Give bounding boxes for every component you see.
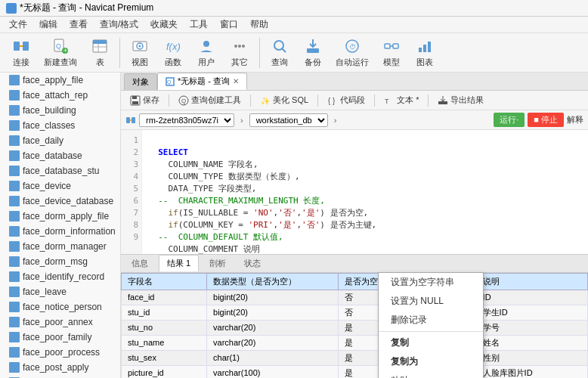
snippet-label: 代码段 <box>340 94 365 106</box>
sidebar-item-face-poor-family[interactable]: face_poor_family <box>0 330 120 345</box>
sidebar-item-face-dorm-information[interactable]: face_dorm_information <box>0 224 120 239</box>
sidebar-item-face-dorm-apply-file[interactable]: face_dorm_apply_file <box>0 209 120 224</box>
cell-comment: 学生ID <box>476 305 587 320</box>
ctx-delete-record[interactable]: 删除记录 <box>379 311 483 330</box>
toolbar-connect-label: 连接 <box>13 57 29 68</box>
cell-field: face_id <box>122 290 207 305</box>
result-tabs: 信息 结果 1 剖析 状态 <box>121 255 588 273</box>
sidebar-item-face-attach-rep[interactable]: face_attach_rep <box>0 88 120 103</box>
text-mode-button[interactable]: T 文本 * <box>379 93 423 107</box>
toolbar-connect[interactable]: 连接 <box>6 34 36 71</box>
sidebar-item-face-poor-annex[interactable]: face_poor_annex <box>0 314 120 330</box>
sidebar-item-face-daily[interactable]: face_daily <box>0 133 120 148</box>
table-icon <box>9 120 20 131</box>
sidebar-item-face-notice-person[interactable]: face_notice_person <box>0 299 120 314</box>
sidebar-item-face-database-stu[interactable]: face_database_stu <box>0 163 120 178</box>
result-tab-status[interactable]: 状态 <box>237 256 268 271</box>
sidebar-item-face-dorm-manager[interactable]: face_dorm_manager <box>0 239 120 254</box>
menu-window[interactable]: 窗口 <box>214 17 244 33</box>
sidebar-item-face-post-apply[interactable]: face_post_apply <box>0 360 120 375</box>
tab-bar: 对象 Q *无标题 - 查询 ✕ <box>121 73 588 91</box>
ctx-copy[interactable]: 复制 <box>379 333 483 352</box>
tab-query[interactable]: Q *无标题 - 查询 ✕ <box>157 73 247 90</box>
result-tab-result[interactable]: 结果 1 <box>159 255 199 271</box>
tab-close-button[interactable]: ✕ <box>233 77 239 85</box>
table-row[interactable]: stu_no varchar(20) 是 否 学号 <box>122 320 588 335</box>
sidebar-item-face-classes[interactable]: face_classes <box>0 118 120 133</box>
sidebar-item-face-building[interactable]: face_building <box>0 103 120 118</box>
toolbar-user[interactable]: 用户 <box>191 34 221 71</box>
line-numbers: 123456789 <box>121 130 142 254</box>
tab-object[interactable]: 对象 <box>124 73 157 90</box>
sidebar-item-face-database[interactable]: face_database <box>0 148 120 163</box>
cell-comment: 人脸库图片ID <box>476 365 587 378</box>
ctx-set-null[interactable]: 设置为 NULL <box>379 292 483 311</box>
stop-button[interactable]: ■ 停止 <box>528 113 564 127</box>
sidebar-item-face-post-employment[interactable]: face_post_employment <box>0 375 120 378</box>
menu-file[interactable]: 文件 <box>3 17 33 33</box>
sidebar-item-face-device-database[interactable]: face_device_database <box>0 194 120 209</box>
svg-rect-27 <box>419 48 422 52</box>
table-row[interactable]: stu_sex char(1) 是 否 性别 <box>122 350 588 365</box>
conn-icon <box>125 115 136 125</box>
menu-favorites[interactable]: 收藏夹 <box>144 17 184 33</box>
svg-text:Q: Q <box>167 79 172 85</box>
snippet-button[interactable]: { } 代码段 <box>323 93 370 107</box>
toolbar-autorun[interactable]: ⏱ 自动运行 <box>331 34 373 71</box>
menu-help[interactable]: 帮助 <box>244 17 274 33</box>
table-icon <box>9 105 20 116</box>
sidebar-item-face-apply-file[interactable]: face_apply_file <box>0 73 120 88</box>
toolbar-model[interactable]: 模型 <box>376 34 407 71</box>
toolbar-user-label: 用户 <box>198 57 215 68</box>
query-sep-4 <box>374 94 375 107</box>
cell-field: stu_name <box>122 335 207 350</box>
toolbar-function[interactable]: f(x) 函数 <box>158 34 188 71</box>
svg-point-16 <box>234 45 237 48</box>
beautify-button[interactable]: ✨ 美化 SQL <box>255 93 313 107</box>
result-tab-info[interactable]: 信息 <box>124 256 156 271</box>
svg-rect-28 <box>423 45 426 52</box>
menu-query-format[interactable]: 查询/格式 <box>94 17 144 33</box>
menu-bar: 文件 编辑 查看 查询/格式 收藏夹 工具 窗口 帮助 <box>0 17 588 33</box>
svg-text:Q: Q <box>181 98 186 104</box>
result-tab-profile[interactable]: 剖析 <box>202 256 234 271</box>
table-icon <box>9 75 20 85</box>
toolbar-table[interactable]: 表 <box>85 34 115 71</box>
table-row[interactable]: stu_name varchar(20) 是 否 姓名 <box>122 335 588 350</box>
export-button[interactable]: 导出结果 <box>433 93 488 107</box>
table-icon <box>9 317 20 327</box>
tab-query-label: *无标题 - 查询 <box>178 76 230 87</box>
sidebar-item-face-leave[interactable]: face_leave <box>0 284 120 299</box>
connection-select[interactable]: rm-2zetn83n05wz7i <box>139 113 234 127</box>
toolbar-view[interactable]: 视图 <box>125 34 155 71</box>
toolbar-backup-label: 备份 <box>305 57 321 68</box>
menu-edit[interactable]: 编辑 <box>33 17 63 33</box>
wizard-button[interactable]: Q 查询创建工具 <box>174 93 246 107</box>
save-button[interactable]: 保存 <box>125 93 164 107</box>
toolbar-query[interactable]: 查询 <box>265 34 295 71</box>
menu-tools[interactable]: 工具 <box>184 17 214 33</box>
sql-content[interactable]: SELECT COLUMN_NAME 字段名, COLUMN_TYPE 数据类型… <box>142 130 588 254</box>
toolbar-new-query[interactable]: Q+ 新建查询 <box>39 34 82 71</box>
toolbar-other[interactable]: 其它 <box>224 34 255 71</box>
toolbar-chart[interactable]: 图表 <box>410 34 440 71</box>
table-icon <box>9 271 20 282</box>
table-row[interactable]: picture_id varchar(100) 是 否 人脸库图片ID <box>122 365 588 378</box>
table-row[interactable]: face_id bigint(20) 否 是 ID <box>122 290 588 305</box>
sidebar-item-face-dorm-msg[interactable]: face_dorm_msg <box>0 254 120 269</box>
result-table: 字段名 数据类型（是否为空） 是否为空 是否为主键 说明 face_id big… <box>121 273 588 379</box>
ctx-paste[interactable]: 粘贴 <box>379 371 483 378</box>
menu-view[interactable]: 查看 <box>63 17 94 33</box>
sidebar-item-face-identify-record[interactable]: face_identify_record <box>0 269 120 284</box>
ctx-set-empty-string[interactable]: 设置为空字符串 <box>379 273 483 292</box>
sidebar-item-face-device[interactable]: face_device <box>0 178 120 194</box>
table-icon <box>9 135 20 146</box>
table-row[interactable]: stu_id bigint(20) 否 否 学生ID <box>122 305 588 320</box>
svg-text:T: T <box>385 98 389 105</box>
run-button[interactable]: 运行· <box>494 113 525 127</box>
database-select[interactable]: workstation_db <box>249 113 328 127</box>
ctx-copy-as[interactable]: 复制为 <box>379 352 483 371</box>
toolbar-backup[interactable]: 备份 <box>298 34 328 71</box>
explain-button[interactable]: 解释 <box>567 114 583 125</box>
sidebar-item-face-poor-process[interactable]: face_poor_process <box>0 345 120 360</box>
